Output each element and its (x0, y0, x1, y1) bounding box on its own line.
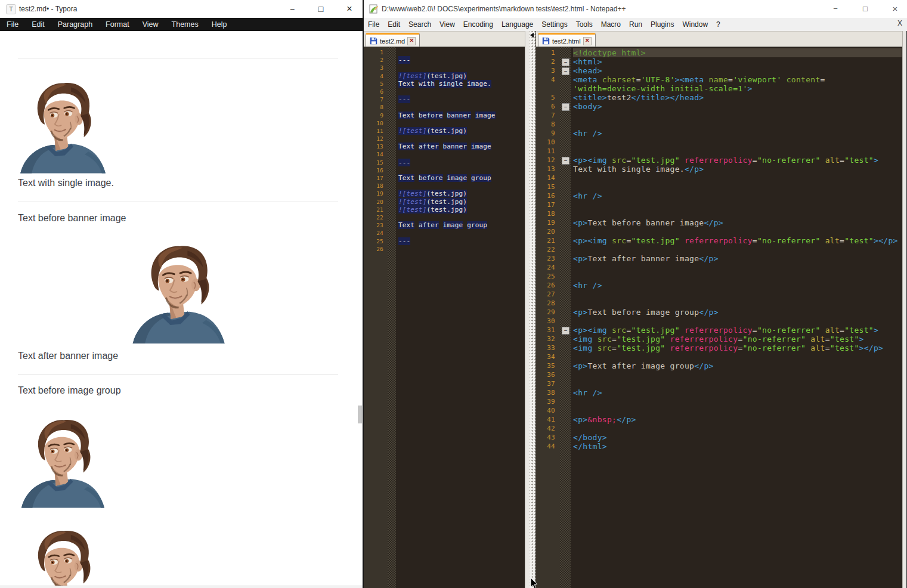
save-icon (370, 37, 377, 45)
menubar-close-button[interactable]: X (897, 19, 902, 27)
line-number: 34 (536, 352, 560, 361)
code-line: 32<img src="test.jpg" referrerpolicy="no… (536, 335, 907, 343)
code-line: 9Text before banner image (364, 112, 530, 119)
typora-scrollbar-thumb[interactable] (358, 406, 362, 423)
code-line: 14 (536, 174, 907, 182)
line-number: 11 (536, 147, 560, 156)
menu-item-settings[interactable]: Settings (537, 18, 571, 31)
tab-test2-md[interactable]: test2.md ✕ (366, 33, 420, 47)
html-vertical-scrollbar[interactable] (902, 31, 906, 588)
tab-close-icon[interactable]: ✕ (407, 37, 416, 45)
minimize-icon[interactable]: − (823, 0, 848, 18)
code-line: 2−<html> (536, 57, 907, 66)
line-number: 40 (536, 406, 560, 415)
line-number: 31 (536, 326, 560, 335)
line-number: 25 (364, 237, 388, 245)
code-line: 13Text with single image.</p> (536, 165, 907, 174)
typora-document[interactable]: Text with single image. Text before bann… (0, 31, 363, 586)
line-number: 23 (364, 221, 388, 229)
code-line: 30 (536, 317, 907, 326)
line-number: 20 (536, 227, 560, 236)
fold-collapse-icon[interactable]: − (562, 67, 569, 75)
menu-item-edit[interactable]: Edit (25, 18, 51, 31)
menu-item-edit[interactable]: Edit (383, 18, 404, 31)
close-icon[interactable]: × (338, 0, 361, 18)
menu-item-tools[interactable]: Tools (572, 18, 597, 31)
line-number: 35 (536, 361, 560, 370)
maximize-icon[interactable]: □ (853, 0, 878, 18)
line-number: 7 (536, 111, 560, 120)
code-line: 14 (364, 150, 530, 158)
code-line: 11![test](test.jpg) (364, 127, 530, 135)
split-arrow-icon (530, 33, 534, 38)
menu-item-run[interactable]: Run (625, 18, 646, 31)
menu-item-language[interactable]: Language (497, 18, 537, 31)
maximize-icon[interactable]: □ (309, 0, 333, 18)
line-number: 29 (536, 308, 560, 317)
menu-item-file[interactable]: File (0, 18, 25, 31)
pane-splitter[interactable] (530, 31, 535, 588)
line-number: 37 (536, 379, 560, 388)
menu-item-window[interactable]: Window (678, 18, 712, 31)
line-number: 39 (536, 397, 560, 406)
save-icon (542, 37, 550, 45)
menu-item-plugins[interactable]: Plugins (646, 18, 678, 31)
line-number: 27 (536, 290, 560, 299)
line-number: 14 (536, 174, 560, 182)
code-line: 19![test](test.jpg) (364, 190, 530, 197)
typora-footer-bar (0, 586, 363, 588)
code-line: 16<hr /> (536, 191, 907, 200)
typora-menubar: FileEditParagraphFormatViewThemesHelp (0, 18, 363, 31)
line-number: 4 (536, 75, 560, 84)
line-number: 16 (536, 191, 560, 200)
fold-collapse-icon[interactable]: − (562, 103, 569, 111)
code-line: 25 (536, 272, 907, 281)
code-line: 11 (536, 147, 907, 156)
menu-item-paragraph[interactable]: Paragraph (51, 18, 99, 31)
menu-item-encoding[interactable]: Encoding (459, 18, 497, 31)
line-number: 12 (536, 156, 560, 165)
menu-item-[interactable]: ? (712, 18, 725, 31)
minimize-icon[interactable]: − (280, 0, 304, 18)
tab-close-icon[interactable]: ✕ (583, 37, 592, 45)
markdown-editor[interactable]: 12---34![test](test.jpg)5Text with singl… (364, 47, 530, 588)
fold-collapse-icon[interactable]: − (562, 58, 569, 66)
code-line: 15 (536, 182, 907, 191)
menu-item-macro[interactable]: Macro (597, 18, 625, 31)
line-number: 25 (536, 272, 560, 281)
line-number: 38 (536, 388, 560, 397)
code-rows: 12---34![test](test.jpg)5Text with singl… (364, 47, 530, 253)
menu-item-view[interactable]: View (136, 18, 165, 31)
tab-test2-html[interactable]: test2.html ✕ (538, 33, 596, 47)
code-line: 41<p>&nbsp;</p> (536, 415, 907, 424)
menu-item-help[interactable]: Help (205, 18, 234, 31)
line-number: 30 (536, 317, 560, 326)
notepadpp-titlebar[interactable]: D:\www\web2.0\! DOCS\experiments\markdow… (364, 0, 907, 18)
menu-item-file[interactable]: File (364, 18, 383, 31)
horizontal-rule (18, 202, 338, 202)
desktop: T test2.md• - Typora − □ × FileEditParag… (0, 0, 907, 588)
line-number: 11 (364, 127, 388, 135)
menu-item-search[interactable]: Search (404, 18, 435, 31)
code-line: 19<p>Text before banner image</p> (536, 218, 907, 227)
line-number: 9 (536, 129, 560, 138)
menu-item-themes[interactable]: Themes (165, 18, 205, 31)
line-number: 24 (364, 229, 388, 237)
code-line: 34 (536, 352, 907, 361)
line-number: 17 (364, 174, 388, 182)
md-vertical-scrollbar[interactable] (525, 31, 530, 588)
tabbar-left: test2.md ✕ (364, 31, 530, 48)
code-line: 8 (536, 120, 907, 129)
fold-collapse-icon[interactable]: − (562, 157, 569, 165)
fold-collapse-icon[interactable]: − (562, 327, 569, 335)
rendered-image-banner (126, 241, 229, 343)
rendered-image-group-1 (18, 410, 106, 513)
menu-item-view[interactable]: View (435, 18, 459, 31)
horizontal-rule (18, 58, 338, 58)
html-editor[interactable]: 1<!doctype html>2−<html>3−<head>4<meta c… (536, 47, 907, 588)
paragraph: Text with single image. (18, 178, 114, 188)
menu-item-format[interactable]: Format (99, 18, 136, 31)
typora-window: T test2.md• - Typora − □ × FileEditParag… (0, 0, 363, 588)
typora-titlebar[interactable]: T test2.md• - Typora − □ × (0, 0, 363, 18)
close-icon[interactable]: × (883, 0, 907, 18)
